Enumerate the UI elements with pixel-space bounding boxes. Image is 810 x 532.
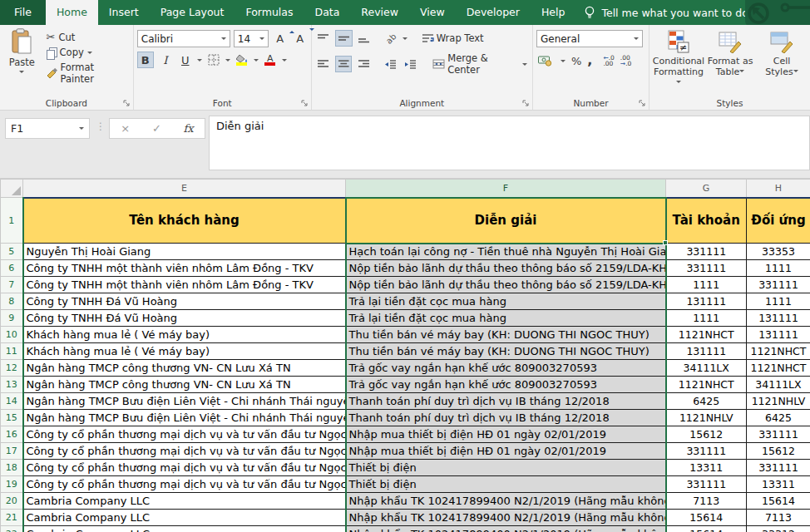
cell-description[interactable]: Nhập khẩu TK 102417899400 N2/1/2019 (Hãn… [346,493,666,510]
clipboard-dialog-launcher[interactable] [123,100,131,107]
row-number[interactable]: 1 [1,198,23,244]
select-all-corner[interactable] [1,180,23,198]
tab-insert[interactable]: Insert [98,0,150,25]
cell-account[interactable]: 6425 [666,393,747,410]
row-number[interactable]: 9 [1,310,23,327]
column-header-h[interactable]: H [747,180,810,198]
cell-offset-account[interactable]: 131111 [747,310,810,327]
cancel-button[interactable]: × [121,122,130,135]
row-number[interactable]: 5 [1,244,23,260]
cell-customer-name[interactable]: Ngân hàng TMCP công thương VN- CN Lưu Xá… [23,377,346,393]
row-number[interactable]: 12 [1,360,23,377]
cell-offset-account[interactable]: 33312 [747,526,810,532]
cell-offset-account[interactable]: 1111 [747,260,810,277]
cell-offset-account[interactable]: 331111 [747,460,810,476]
number-format-combo[interactable]: General [536,30,643,47]
cell-account[interactable]: 331111 [666,260,747,277]
cell-account[interactable]: 131111 [666,343,747,360]
cell-account[interactable]: 34111LX [666,360,747,377]
name-box[interactable]: F1 [5,118,90,139]
cell-offset-account[interactable]: 34111LX [747,377,810,393]
conditional-formatting-button[interactable]: ≠ Conditional Formatting [653,28,704,96]
column-header-e[interactable]: E [23,180,346,198]
align-middle-icon[interactable] [335,30,353,47]
cut-button[interactable]: ✂ Cut [44,30,131,44]
tab-home[interactable]: Home [46,0,98,25]
cell-offset-account[interactable]: 331111 [747,426,810,443]
decrease-decimal-button[interactable]: .00→.0 [620,55,631,67]
enter-button[interactable]: ✓ [152,122,161,135]
cell-styles-button[interactable]: Cell Styles [756,28,808,96]
row-number[interactable]: 22 [1,526,23,532]
row-number[interactable]: 11 [1,343,23,360]
row-number[interactable]: 8 [1,293,23,310]
cell-description[interactable]: Trả lại tiền đặt cọc mua hàng [346,293,666,310]
cell-offset-account[interactable]: 1121NHCT [747,360,810,377]
cell-description[interactable]: Thu tiền bán vé máy bay (KH: DUONG THI N… [346,327,666,343]
cell-offset-account[interactable]: 33353 [747,244,810,260]
orientation-button[interactable]: ab [383,30,399,47]
cell-customer-name[interactable]: Công ty TNHH Đá Vũ Hoàng [23,310,346,327]
cell-account[interactable]: 7113 [666,493,747,510]
row-number[interactable]: 7 [1,277,23,293]
row-number[interactable]: 6 [1,260,23,277]
increase-font-icon[interactable]: A [272,31,289,47]
increase-decimal-button[interactable]: ←.0.00 [603,55,614,67]
align-left-icon[interactable] [315,56,332,72]
cell-customer-name[interactable]: Ngân hàng TMCP Bưu điện Liên Việt - Chi … [23,393,346,410]
decrease-font-icon[interactable]: A [292,31,309,47]
cell-account[interactable]: 331111 [666,476,747,493]
format-as-table-button[interactable]: Format as Table [704,28,756,96]
cell-account[interactable]: 15614 [666,526,747,532]
align-top-icon[interactable] [315,30,332,47]
row-number[interactable]: 21 [1,510,23,526]
tab-review[interactable]: Review [350,0,409,25]
cell-account[interactable]: 1121NHCT [666,377,747,393]
fill-handle[interactable] [663,240,668,245]
wrap-text-button[interactable]: Wrap Text [419,32,486,45]
cell-offset-account[interactable]: 15612 [747,443,810,460]
cell-customer-name[interactable]: Công ty cổ phần thương mại dịch vụ và tư… [23,443,346,460]
column-header-f[interactable]: F [346,180,666,198]
tab-formulas[interactable]: Formulas [235,0,304,25]
cell-offset-account[interactable]: 131111 [747,327,810,343]
decrease-indent-icon[interactable] [382,56,398,72]
cell-offset-account[interactable]: 331111 [747,277,810,293]
row-number[interactable]: 17 [1,443,23,460]
cell-account[interactable]: 1111 [666,310,747,327]
cell-description[interactable]: Trả gốc vay ngắn hạn khế ước 80900327059… [346,360,666,377]
cell-customer-name[interactable]: Công ty TNHH Đá Vũ Hoàng [23,293,346,310]
font-size-combo[interactable]: 14 [234,30,269,47]
font-dialog-launcher[interactable] [301,100,309,107]
cell-customer-name[interactable]: Cambria Company LLC [23,510,346,526]
cell-offset-account[interactable]: 15614 [747,493,810,510]
tab-view[interactable]: View [409,0,456,25]
cell-h1[interactable]: Đối ứng [747,198,810,244]
formula-bar[interactable]: Diễn giải [209,116,810,170]
align-center-icon[interactable] [335,56,352,72]
cell-account[interactable]: 15612 [666,426,747,443]
cell-account[interactable]: 1111 [666,277,747,293]
cell-account[interactable]: 131111 [666,293,747,310]
align-bottom-icon[interactable] [356,30,373,47]
cell-f1-active[interactable]: Diễn giải [346,198,666,244]
underline-button[interactable]: U [177,52,194,68]
cell-description[interactable]: Nhập khẩu TK 102417899400 N2/1/2019 (Hãn… [346,510,666,526]
borders-button[interactable] [205,52,222,68]
number-dialog-launcher[interactable] [639,100,646,107]
cell-e1[interactable]: Tên khách hàng [23,198,346,244]
tab-file[interactable]: File [0,0,46,25]
cell-customer-name[interactable]: Công ty TNHH một thành viên nhôm Lâm Đồn… [23,277,346,293]
column-header-g[interactable]: G [666,180,747,198]
cell-customer-name[interactable]: Ngân hàng TMCP công thương VN- CN Lưu Xá… [23,360,346,377]
row-number[interactable]: 18 [1,460,23,476]
cell-offset-account[interactable]: 1121NHLV [747,393,810,410]
tell-me-box[interactable]: Tell me what you want to do [575,0,756,25]
insert-function-button[interactable]: fx [183,122,193,135]
row-number[interactable]: 10 [1,327,23,343]
alignment-dialog-launcher[interactable] [522,100,530,107]
cell-customer-name[interactable]: Ngân hàng TMCP Bưu điện Liên Việt - Chi … [23,410,346,426]
align-right-icon[interactable] [355,56,372,72]
row-number[interactable]: 19 [1,476,23,493]
cell-description[interactable]: Thiết bị điện [346,476,666,493]
